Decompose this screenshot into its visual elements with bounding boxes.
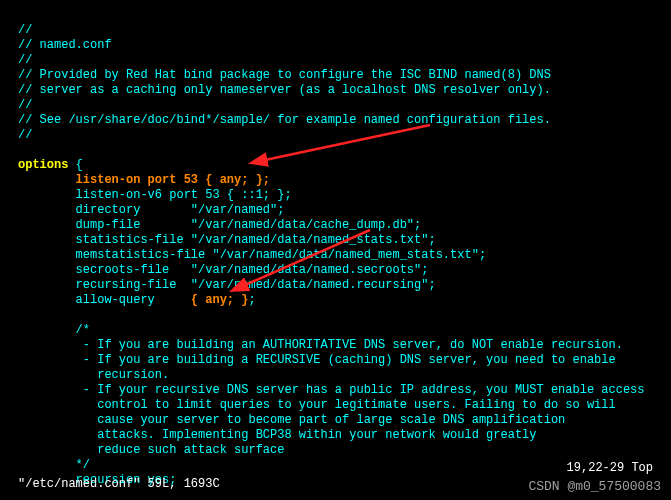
block-comment-line: - If you are building an AUTHORITATIVE D… bbox=[18, 338, 623, 352]
block-comment-line: /* bbox=[18, 323, 90, 337]
block-comment-line: recursion. bbox=[18, 368, 169, 382]
blank-line bbox=[18, 143, 25, 157]
options-keyword: options bbox=[18, 158, 68, 172]
block-comment-line: */ bbox=[18, 458, 90, 472]
comment-line: // bbox=[18, 23, 32, 37]
config-line: memstatistics-file "/var/named/data/name… bbox=[18, 248, 486, 262]
comment-line: // server as a caching only nameserver (… bbox=[18, 83, 551, 97]
listen-on-line: listen-on port 53 { any; }; bbox=[18, 173, 270, 187]
block-comment-line: - If your recursive DNS server has a pub… bbox=[18, 383, 645, 397]
config-line: directory "/var/named"; bbox=[18, 203, 284, 217]
comment-line: // bbox=[18, 98, 32, 112]
block-comment-line: - If you are building a RECURSIVE (cachi… bbox=[18, 353, 616, 367]
config-line: listen-on-v6 port 53 { ::1; }; bbox=[18, 188, 292, 202]
allow-query-line: allow-query { any; }; bbox=[18, 293, 256, 307]
config-line: secroots-file "/var/named/data/named.sec… bbox=[18, 263, 428, 277]
comment-line: // bbox=[18, 128, 32, 142]
block-comment-line: reduce such attack surface bbox=[18, 443, 284, 457]
vim-status-file: "/etc/named.conf" 59L, 1693C bbox=[18, 477, 220, 492]
config-line: dump-file "/var/named/data/cache_dump.db… bbox=[18, 218, 421, 232]
comment-line: // named.conf bbox=[18, 38, 112, 52]
vim-status-position: 19,22-29 Top bbox=[567, 461, 653, 476]
block-comment-line: control to limit queries to your legitim… bbox=[18, 398, 616, 412]
options-line: options { bbox=[18, 158, 83, 172]
config-line: recursing-file "/var/named/data/named.re… bbox=[18, 278, 436, 292]
comment-line: // See /usr/share/doc/bind*/sample/ for … bbox=[18, 113, 551, 127]
blank-line bbox=[18, 308, 25, 322]
config-line: statistics-file "/var/named/data/named_s… bbox=[18, 233, 436, 247]
vim-editor[interactable]: // // named.conf // // Provided by Red H… bbox=[0, 0, 671, 500]
block-comment-line: attacks. Implementing BCP38 within your … bbox=[18, 428, 536, 442]
watermark: CSDN @m0_57500083 bbox=[528, 479, 661, 494]
block-comment-line: cause your server to become part of larg… bbox=[18, 413, 565, 427]
comment-line: // bbox=[18, 53, 32, 67]
comment-line: // Provided by Red Hat bind package to c… bbox=[18, 68, 551, 82]
